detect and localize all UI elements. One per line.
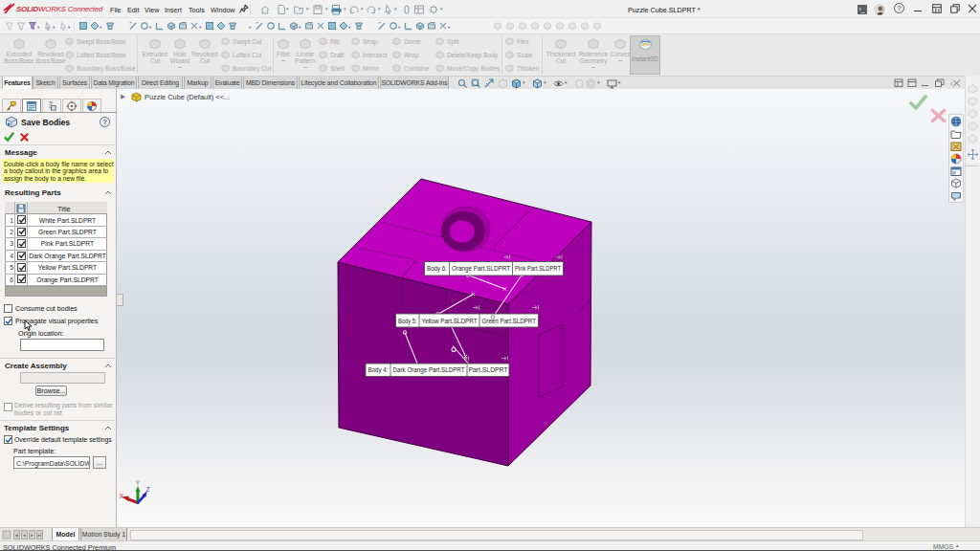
svg-text:Pink Part.SLDPRT: Pink Part.SLDPRT [515,265,561,272]
svg-text:X: X [120,493,124,499]
svg-text:Body 5:: Body 5: [398,318,417,325]
svg-text:Body 6:: Body 6: [427,265,447,273]
svg-text:Dark Orange Part.SLDPRT: Dark Orange Part.SLDPRT [393,366,465,374]
svg-text:Part.SLDPRT: Part.SLDPRT [468,366,507,373]
svg-text:Y: Y [136,479,141,486]
svg-text:Orange Part.SLDPRT: Orange Part.SLDPRT [452,265,510,273]
svg-text:Yellow Part.SLDPRT: Yellow Part.SLDPRT [422,318,478,324]
svg-text:Green Part.SLDPRT: Green Part.SLDPRT [482,318,537,324]
svg-text:Body 4:: Body 4: [368,366,389,374]
svg-text:Z: Z [146,486,150,493]
